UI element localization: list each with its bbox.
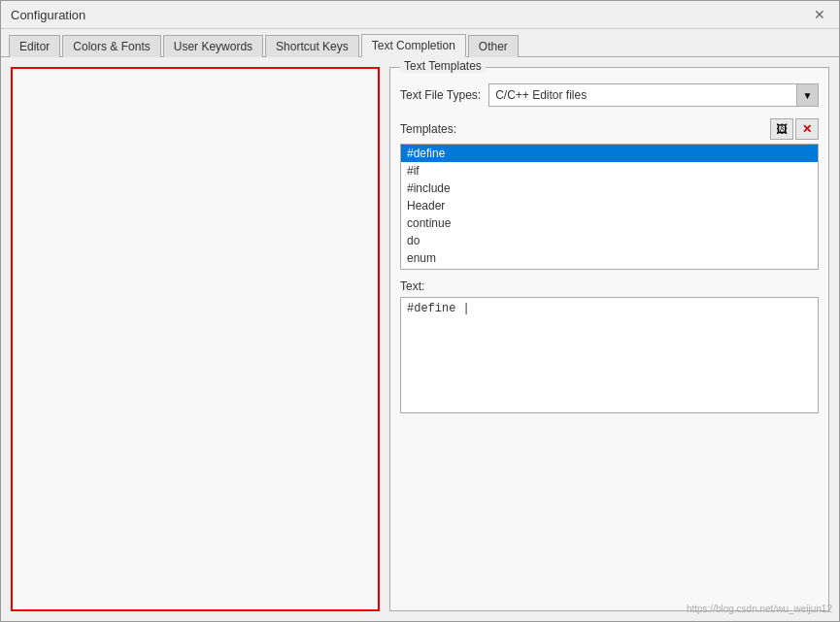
close-button[interactable]: ✕ [810,7,829,22]
tab-text-completion[interactable]: Text Completion [361,34,466,57]
list-item[interactable]: #if [401,162,818,180]
list-item[interactable]: #define [401,145,818,162]
file-types-dropdown[interactable]: C/C++ Editor files ▼ [488,83,819,107]
list-item[interactable]: Header [401,197,818,214]
list-item[interactable]: #include [401,180,818,197]
list-item[interactable]: continue [401,214,818,232]
add-icon: 🖼 [776,122,788,136]
left-panel [11,67,380,611]
tab-other[interactable]: Other [468,35,519,57]
templates-header-row: Templates: 🖼 ✕ [400,118,819,140]
group-box-title: Text Templates [400,59,486,73]
tab-user-keywords[interactable]: User Keywords [163,35,263,57]
text-section: Text: [400,279,819,413]
text-templates-group: Text Templates Text File Types: C/C++ Ed… [389,67,829,611]
content-area: Text Templates Text File Types: C/C++ Ed… [1,57,839,621]
watermark: https://blog.csdn.net/wu_weijun12 [687,604,832,614]
templates-buttons: 🖼 ✕ [770,118,819,140]
file-types-label: Text File Types: [400,88,481,102]
dropdown-arrow-icon[interactable]: ▼ [796,84,818,106]
window-title: Configuration [11,8,85,22]
text-label: Text: [400,279,819,293]
tab-colors-fonts[interactable]: Colors & Fonts [62,35,160,57]
tab-editor[interactable]: Editor [9,35,60,57]
file-types-value: C/C++ Editor files [489,86,796,104]
delete-template-button[interactable]: ✕ [795,118,819,140]
title-bar: Configuration ✕ [1,1,839,29]
delete-icon: ✕ [802,122,812,136]
templates-label: Templates: [400,122,456,136]
configuration-window: Configuration ✕ Editor Colors & Fonts Us… [0,0,840,622]
file-types-row: Text File Types: C/C++ Editor files ▼ [400,83,819,107]
add-template-button[interactable]: 🖼 [770,118,793,140]
right-panel: Text Templates Text File Types: C/C++ Ed… [389,67,829,611]
tab-bar: Editor Colors & Fonts User Keywords Shor… [1,29,839,57]
list-item[interactable]: do [401,232,818,249]
templates-list[interactable]: #define #if #include Header continue do … [400,144,819,270]
list-item[interactable]: enum [401,249,818,267]
tab-shortcut-keys[interactable]: Shortcut Keys [265,35,359,57]
text-input[interactable] [400,297,819,413]
